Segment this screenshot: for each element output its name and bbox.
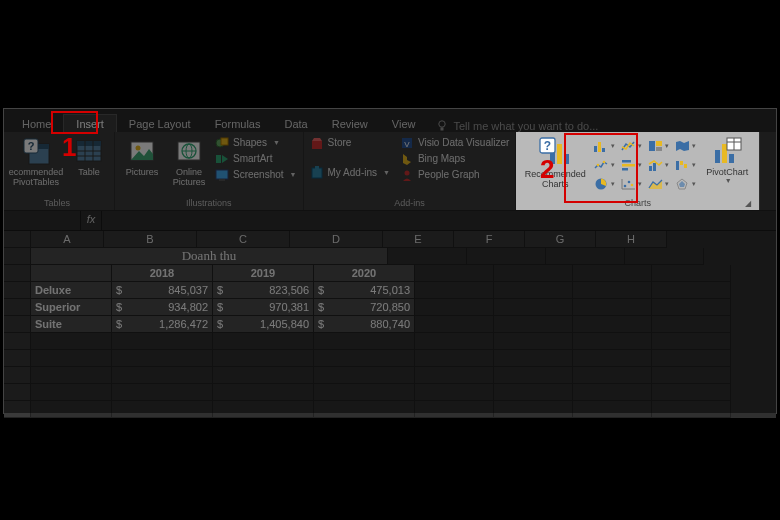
cell[interactable] [625, 248, 704, 265]
cell[interactable] [652, 265, 731, 282]
tab-formulas[interactable]: Formulas [203, 115, 273, 132]
tab-home[interactable]: Home [10, 115, 63, 132]
row-header[interactable] [4, 265, 31, 282]
chart-scatter-button[interactable]: ▾ [619, 175, 643, 192]
chart-column-button[interactable]: ▾ [592, 137, 616, 154]
svg-point-43 [597, 163, 600, 166]
cell[interactable] [652, 282, 731, 299]
cell[interactable] [415, 282, 494, 299]
tab-view[interactable]: View [380, 115, 428, 132]
people-graph-button[interactable]: People Graph [400, 168, 509, 182]
fx-icon[interactable]: fx [81, 211, 102, 230]
tab-page-layout[interactable]: Page Layout [117, 115, 203, 132]
col-header[interactable]: A [31, 231, 104, 248]
cell-value[interactable]: $934,802 [112, 299, 213, 316]
cell[interactable] [415, 299, 494, 316]
row-header[interactable] [4, 316, 31, 333]
visio-icon: V [400, 136, 414, 150]
cell-value[interactable]: $475,013 [314, 282, 415, 299]
smartart-button[interactable]: SmartArt [215, 152, 297, 166]
my-addins-button[interactable]: My Add-ins▼ [310, 166, 390, 180]
tab-review[interactable]: Review [320, 115, 380, 132]
formula-input[interactable] [102, 211, 776, 230]
cell[interactable] [573, 265, 652, 282]
chart-line-button[interactable]: ▾ [619, 137, 643, 154]
chart-pie-button[interactable]: ▾ [592, 175, 616, 192]
bing-maps-button[interactable]: Bing Maps [400, 152, 509, 166]
spreadsheet-grid[interactable]: A B C D E F G H Doanh thu 2018 [4, 231, 776, 418]
chart-bar-button[interactable]: ▾ [619, 156, 643, 173]
chart-hierarchy-button[interactable]: ▾ [646, 137, 670, 154]
recommended-pivottables-button[interactable]: ? ecommended PivotTables [6, 134, 66, 187]
cell[interactable] [467, 248, 546, 265]
cell-value[interactable]: $1,286,472 [112, 316, 213, 333]
chevron-down-icon: ▼ [725, 177, 732, 184]
cell-title[interactable]: Doanh thu [31, 248, 388, 265]
row-header[interactable] [4, 299, 31, 316]
cell-year[interactable]: 2018 [112, 265, 213, 282]
row-header[interactable] [4, 248, 31, 265]
chart-surface-button[interactable]: ▾ [646, 175, 670, 192]
cell[interactable] [652, 316, 731, 333]
cell[interactable] [494, 299, 573, 316]
cell[interactable] [652, 299, 731, 316]
chart-combo-button[interactable]: ▾ [646, 156, 670, 173]
cell[interactable] [415, 316, 494, 333]
screenshot-button[interactable]: Screenshot▼ [215, 168, 297, 182]
cell-label[interactable]: Superior [31, 299, 112, 316]
table-button[interactable]: Table [70, 134, 108, 177]
cell-value[interactable]: $880,740 [314, 316, 415, 333]
cell[interactable] [573, 282, 652, 299]
col-header[interactable]: H [596, 231, 667, 248]
chart-waterfall-button[interactable]: ▾ [673, 156, 697, 173]
name-box[interactable] [4, 211, 81, 230]
visio-visualizer-button[interactable]: V Visio Data Visualizer [400, 136, 509, 150]
tab-data[interactable]: Data [272, 115, 319, 132]
recommended-charts-button[interactable]: ? Recommended Charts [522, 134, 588, 189]
row-header[interactable] [4, 350, 31, 367]
pictures-button[interactable]: Pictures [121, 134, 163, 177]
cell[interactable] [415, 265, 494, 282]
row-header[interactable] [4, 367, 31, 384]
store-button[interactable]: Store [310, 136, 390, 150]
svg-text:?: ? [28, 140, 35, 152]
cell[interactable] [31, 265, 112, 282]
col-header[interactable]: F [454, 231, 525, 248]
pivotchart-button[interactable]: PivotChart ▼ [701, 134, 753, 184]
chart-statistic-button[interactable]: ▾ [592, 156, 616, 173]
tell-me-search[interactable]: Tell me what you want to do... [437, 120, 598, 132]
cell-value[interactable]: $845,037 [112, 282, 213, 299]
select-all-button[interactable] [4, 231, 31, 248]
row-header[interactable] [4, 401, 31, 418]
online-pictures-button[interactable]: Online Pictures [167, 134, 211, 187]
shapes-button[interactable]: Shapes▼ [215, 136, 297, 150]
chart-map-button[interactable]: ▾ [673, 137, 697, 154]
tab-insert[interactable]: Insert [63, 114, 117, 132]
row-header[interactable] [4, 282, 31, 299]
cell-label[interactable]: Deluxe [31, 282, 112, 299]
svg-rect-63 [722, 144, 727, 163]
col-header[interactable]: B [104, 231, 197, 248]
cell-value[interactable]: $720,850 [314, 299, 415, 316]
cell[interactable] [494, 316, 573, 333]
cell[interactable] [573, 316, 652, 333]
cell-value[interactable]: $823,506 [213, 282, 314, 299]
cell[interactable] [573, 299, 652, 316]
cell[interactable] [388, 248, 467, 265]
col-header[interactable]: G [525, 231, 596, 248]
chart-radar-button[interactable]: ▾ [673, 175, 697, 192]
cell[interactable] [494, 282, 573, 299]
row-header[interactable] [4, 333, 31, 350]
cell[interactable] [546, 248, 625, 265]
cell-value[interactable]: $970,381 [213, 299, 314, 316]
cell-value[interactable]: $1,405,840 [213, 316, 314, 333]
col-header[interactable]: D [290, 231, 383, 248]
col-header[interactable]: E [383, 231, 454, 248]
cell-year[interactable]: 2019 [213, 265, 314, 282]
col-header[interactable]: C [197, 231, 290, 248]
cell-label[interactable]: Suite [31, 316, 112, 333]
cell[interactable] [494, 265, 573, 282]
cell-year[interactable]: 2020 [314, 265, 415, 282]
row-header[interactable] [4, 384, 31, 401]
dialog-launcher-icon[interactable]: ◢ [745, 198, 751, 209]
